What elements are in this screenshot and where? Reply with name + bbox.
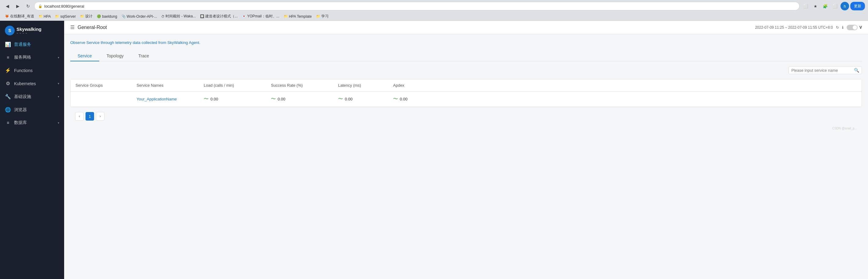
header-left: ☰ General-Root	[70, 24, 107, 30]
toggle-wrapper: V	[847, 25, 862, 30]
bookmarks-bar: 🦊 在线翻译_有道 📁 HPA 📁 sqlServer 📁 设计 🟢 baeld…	[0, 12, 868, 21]
col-service-groups: Service Groups	[70, 80, 132, 91]
folder-icon: 📁	[38, 14, 43, 18]
bookmark-label: sqlServer	[60, 14, 76, 19]
service-name-link[interactable]: Your_ApplicationName	[136, 97, 177, 101]
back-button[interactable]: ◀	[3, 2, 11, 10]
latency-value: 0.00	[345, 97, 352, 101]
toggle-label: V	[860, 25, 862, 30]
bookmark-wakatime[interactable]: ⏱ 时间截转 - Waka...	[159, 13, 197, 20]
sidebar-item-label: Functions	[14, 68, 59, 73]
window-button[interactable]: ⬜	[831, 2, 839, 10]
bookmark-hpa-template[interactable]: 📁 HPA Template	[282, 14, 314, 19]
folder-icon: 📁	[284, 14, 288, 18]
sidebar-item-label: Kubernetes	[14, 81, 55, 86]
screen-cast-button[interactable]: ⬜	[801, 2, 810, 10]
tab-trace[interactable]: Trace	[131, 51, 156, 61]
timer-icon: ⏱	[161, 14, 165, 18]
search-wrapper: 🔍	[788, 66, 862, 74]
database-icon: ≡	[5, 120, 11, 125]
sidebar: S Skywalking ~ ~ ~ ~ 📊 普通服务 ≡ 服务网格 ▾	[0, 21, 64, 279]
bookmark-button[interactable]: ★	[811, 2, 820, 10]
next-page-button[interactable]: ›	[96, 112, 104, 121]
sidebar-item-infrastructure[interactable]: 🔧 基础设施 ▾	[0, 90, 64, 103]
bookmark-label: HPA	[44, 14, 51, 19]
search-input[interactable]	[791, 68, 852, 73]
sidebar-item-kubernetes[interactable]: ⚙ Kubernetes ▾	[0, 77, 64, 90]
url-text: localhost:8080/general	[44, 4, 84, 8]
sidebar-item-label: 浏览器	[14, 107, 59, 113]
sidebar-item-service-mesh[interactable]: ≡ 服务网格 ▾	[0, 51, 64, 64]
forward-button[interactable]: ▶	[13, 2, 22, 10]
sidebar-item-general-service[interactable]: 📊 普通服务	[0, 38, 64, 51]
table-row: Your_ApplicationName 〜 0.00 〜 0.00 〜 0.0…	[70, 92, 862, 107]
extension-button[interactable]: 🧩	[821, 2, 830, 10]
cell-latency: 〜 0.00	[333, 92, 388, 106]
menu-icon[interactable]: ☰	[70, 24, 74, 30]
tab-bar: Service Topology Trace	[70, 51, 862, 61]
bookmark-hpa[interactable]: 📁 HPA	[37, 14, 53, 19]
main-header: ☰ General-Root 2022-07-09 11:25 ~ 2022-0…	[64, 21, 868, 34]
builder-icon: 🔲	[200, 14, 204, 18]
logo-tagline: ~ ~ ~ ~	[17, 32, 41, 35]
sidebar-item-database[interactable]: ≡ 数据库 ▾	[0, 116, 64, 129]
main-body: Observe Service through telemetry data c…	[64, 34, 868, 137]
sidebar-item-functions[interactable]: ⚡ Functions	[0, 64, 64, 77]
function-icon: ⚡	[5, 67, 11, 73]
mesh-icon: ≡	[5, 55, 11, 60]
logo-mark: S Skywalking ~ ~ ~ ~	[5, 26, 41, 35]
kubernetes-icon: ⚙	[5, 81, 11, 86]
col-load: Load (calls / min)	[199, 80, 266, 91]
pagination: ‹ 1 ›	[70, 107, 862, 125]
chevron-down-icon: ▾	[58, 95, 59, 98]
bookmark-label: Work-Order-API-...	[127, 14, 157, 19]
chevron-down-icon: ▾	[58, 121, 59, 125]
header-right: 2022-07-09 11:25 ~ 2022-07-09 11:55 UTC+…	[755, 25, 862, 30]
browser-actions: ⬜ ★ 🧩 ⬜ h 更新	[801, 2, 865, 10]
search-icon[interactable]: 🔍	[854, 68, 859, 73]
bookmark-learn[interactable]: 📁 学习	[314, 13, 331, 20]
cell-load: 〜 0.00	[199, 92, 266, 106]
bookmark-builder[interactable]: 🔲 建造者设计模式（...	[198, 13, 240, 20]
toggle-switch[interactable]	[847, 25, 858, 30]
bookmark-baeldung[interactable]: 🟢 baeldung	[95, 14, 119, 19]
apdex-value: 0.00	[400, 97, 407, 101]
bookmark-label: 学习	[321, 14, 329, 19]
load-value: 0.00	[211, 97, 218, 101]
info-icon[interactable]: ℹ	[842, 25, 843, 30]
refresh-icon[interactable]: ↻	[836, 25, 839, 30]
observe-description: Observe Service through telemetry data c…	[70, 40, 862, 45]
prev-page-button[interactable]: ‹	[75, 112, 84, 121]
bookmark-label: 在线翻译_有道	[10, 14, 34, 19]
bookmark-label: YOPmail：临时、...	[247, 14, 279, 19]
youdao-icon: 🦊	[5, 14, 9, 18]
bookmark-sqlserver[interactable]: 📁 sqlServer	[53, 14, 78, 19]
col-service-names: Service Names	[132, 80, 199, 91]
bookmark-youdao[interactable]: 🦊 在线翻译_有道	[3, 13, 36, 20]
address-bar[interactable]: 🔒 localhost:8080/general	[34, 2, 800, 10]
cell-success-rate: 〜 0.00	[266, 92, 333, 106]
chevron-down-icon: ▾	[58, 82, 59, 85]
main-content: ☰ General-Root 2022-07-09 11:25 ~ 2022-0…	[64, 21, 868, 279]
tab-topology[interactable]: Topology	[99, 51, 131, 61]
bookmark-design[interactable]: 📁 设计	[78, 13, 94, 20]
update-button[interactable]: 更新	[850, 2, 865, 10]
page-1-button[interactable]: 1	[86, 112, 94, 121]
profile-button[interactable]: h	[840, 2, 849, 10]
col-latency: Latency (ms)	[333, 80, 388, 91]
lock-icon: 🔒	[38, 4, 42, 8]
bookmark-yopmail[interactable]: 💌 YOPmail：临时、...	[240, 13, 281, 20]
trend-icon: 〜	[204, 96, 209, 102]
baeldung-icon: 🟢	[97, 14, 101, 18]
sidebar-logo: S Skywalking ~ ~ ~ ~	[0, 21, 64, 38]
trend-icon: 〜	[271, 96, 276, 102]
bookmark-workorder[interactable]: 📎 Work-Order-API-...	[120, 14, 159, 19]
trend-icon: 〜	[393, 96, 398, 102]
refresh-button[interactable]: ↻	[24, 2, 32, 10]
bookmark-label: 设计	[85, 14, 93, 19]
sidebar-item-browser[interactable]: 🌐 浏览器	[0, 103, 64, 116]
folder-icon: 📁	[316, 14, 320, 18]
tab-service[interactable]: Service	[70, 51, 99, 61]
cell-service-group	[70, 92, 132, 106]
cell-service-name: Your_ApplicationName	[132, 92, 199, 106]
